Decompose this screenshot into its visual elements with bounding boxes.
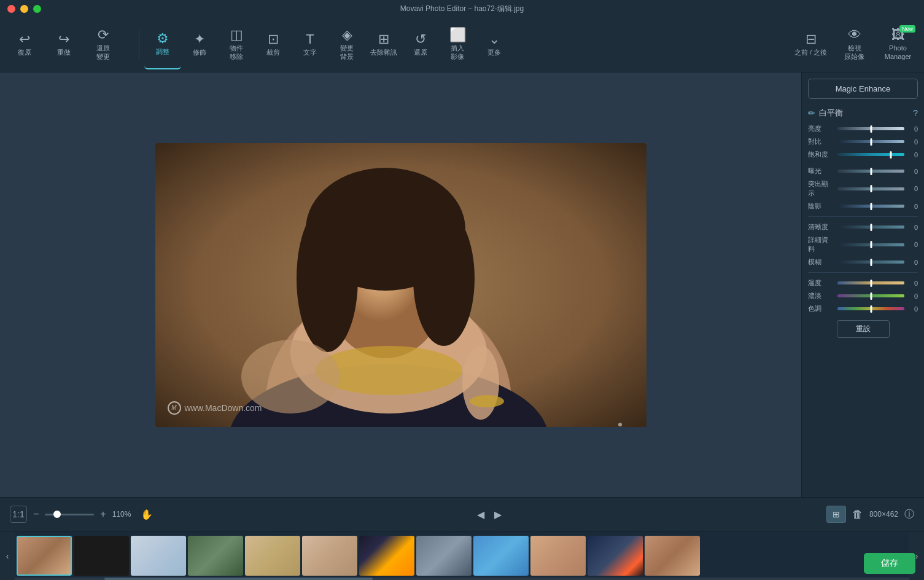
brightness-slider[interactable] [837,127,904,130]
more-label: 更多 [487,49,501,57]
filmstrip-item[interactable] [302,536,357,576]
more-button[interactable]: ⌄ 更多 [476,20,513,69]
exposure-value: 0 [908,168,918,175]
filmstrip-item[interactable] [245,536,300,576]
detail-slider[interactable] [837,243,904,246]
save-button[interactable]: 儲存 [864,553,915,574]
decorate-button[interactable]: ✦ 修飾 [181,20,218,69]
filmstrip-item[interactable] [188,536,243,576]
view-original-icon: 👁 [848,28,861,42]
watermark-icon: M [168,401,181,415]
tint-row: 濃淡 0 [802,289,924,302]
photo-manager-label: PhotoManager [885,44,911,60]
prev-button[interactable]: ◀ [477,509,484,520]
tint-slider[interactable] [837,294,904,297]
zoom-out-button[interactable]: − [33,509,39,520]
info-button[interactable]: ⓘ [904,508,914,521]
delete-button[interactable]: 🗑 [852,508,863,521]
filmstrip-item[interactable] [131,536,186,576]
text-button[interactable]: T 文字 [292,20,328,69]
highlight-slider[interactable] [837,187,904,190]
zoom-slider-thumb [53,511,61,518]
window-title: Movavi Photo Editor – hao72-编辑.jpg [400,4,524,14]
denoise-button[interactable]: ⊞ 去除雜訊 [365,20,402,69]
clarity-value: 0 [908,224,918,231]
zoom-fit-label: 1:1 [12,509,24,519]
temperature-label: 溫度 [808,278,834,288]
shadow-slider[interactable] [837,205,904,208]
photo-svg [155,143,646,427]
redo-label: 重做 [57,49,71,57]
filmstrip-item[interactable] [359,536,414,576]
filmstrip-item[interactable] [588,536,643,576]
blur-slider[interactable] [837,261,904,264]
saturation-row: 飽和度 0 [802,148,924,161]
hue-row: 色調 0 [802,302,924,315]
filmstrip-item[interactable] [473,536,529,576]
background-button[interactable]: ◈ 變更背景 [328,20,365,69]
object-label: 物件移除 [230,44,243,60]
play-button[interactable]: ▶ [494,509,502,520]
saturation-slider[interactable] [837,153,904,156]
help-icon[interactable]: ? [913,108,918,118]
clarity-label: 清晰度 [808,222,834,232]
redo-icon: ↪ [58,33,69,46]
denoise-label: 去除雜訊 [370,49,397,57]
playback-controls: ◀ ▶ [159,509,820,520]
temperature-slider[interactable] [837,281,904,284]
hand-tool-button[interactable]: ✋ [141,509,153,520]
magic-enhance-button[interactable]: Magic Enhance [808,79,918,99]
hue-label: 色調 [808,304,834,313]
minimize-button[interactable] [20,5,28,13]
redo-button[interactable]: ↪ 重做 [45,20,82,69]
zoom-slider[interactable] [45,514,94,515]
restore-button[interactable]: ↺ 還原 [402,20,439,69]
clarity-slider[interactable] [837,225,904,229]
highlight-label: 突出顯示 [808,179,834,198]
pencil-icon: ✏ [808,108,815,118]
traffic-lights [7,5,41,13]
insert-button[interactable]: ⬜ 插入影像 [439,20,476,69]
filmstrip-prev-arrow[interactable]: ‹ [0,531,15,581]
before-after-label: 之前 / 之後 [794,49,827,57]
titlebar: Movavi Photo Editor – hao72-编辑.jpg [0,0,924,17]
brightness-value: 0 [908,125,918,133]
filmstrip-scrollbar[interactable] [15,578,909,580]
filmstrip-item[interactable] [530,536,586,576]
canvas-area[interactable]: M www.MacDown.com [0,72,801,497]
contrast-value: 0 [908,138,918,146]
filmstrip: ‹ › [0,531,924,580]
tint-value: 0 [908,292,918,300]
text-label: 文字 [303,49,317,57]
zoom-fit-button[interactable]: 1:1 [10,506,27,523]
adjust-button[interactable]: ⚙ 調整 [144,20,181,69]
filmstrip-item[interactable] [74,536,129,576]
exposure-label: 曝光 [808,167,834,176]
before-after-button[interactable]: ⊟ 之前 / 之後 [791,20,831,69]
image-dimensions: 800×462 [869,510,898,519]
maximize-button[interactable] [33,5,41,13]
brightness-row: 亮度 0 [802,122,924,135]
before-after-icon: ⊟ [806,33,817,46]
revert-button[interactable]: ⟳ 還原變更 [85,20,122,69]
undo-button[interactable]: ↩ 復原 [6,20,43,69]
bottom-right-controls: ⊞ 🗑 800×462 ⓘ [826,506,914,523]
adjust-label: 調整 [156,48,169,56]
wb-title: 白平衡 [819,108,909,119]
object-remove-button[interactable]: ◫ 物件移除 [218,20,255,69]
filmstrip-item[interactable] [416,536,472,576]
exposure-slider[interactable] [837,170,904,173]
blur-value: 0 [908,259,918,266]
hue-slider[interactable] [837,307,904,310]
view-original-button[interactable]: 👁 檢視原始像 [834,20,874,69]
zoom-in-button[interactable]: + [100,509,106,520]
crop-button[interactable]: ⊡ 裁剪 [255,20,292,69]
insert-icon: ⬜ [449,28,466,42]
clarity-row: 清晰度 0 [802,221,924,233]
contrast-slider[interactable] [837,140,904,143]
close-button[interactable] [7,5,15,13]
filmstrip-item[interactable] [645,536,700,576]
filmstrip-view-button[interactable]: ⊞ [826,506,846,523]
reset-button[interactable]: 重設 [837,320,890,338]
filmstrip-item[interactable] [17,536,72,576]
